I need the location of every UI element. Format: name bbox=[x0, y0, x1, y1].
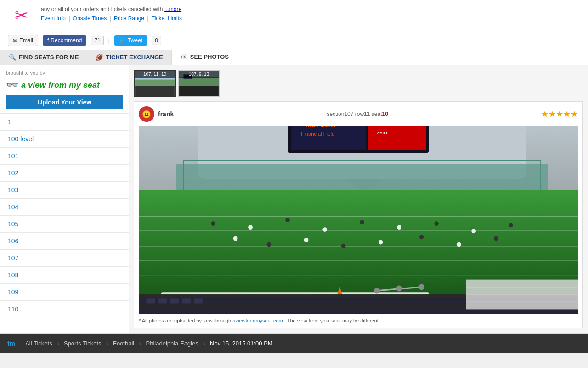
avatar-icon: 😐 bbox=[142, 110, 151, 119]
svg-point-38 bbox=[434, 221, 439, 226]
list-item: 1 bbox=[0, 113, 129, 130]
photo-footer: * All photos are uploaded by fans throug… bbox=[139, 318, 578, 323]
more-link[interactable]: ...more bbox=[164, 6, 181, 12]
breadcrumb-sports: Sports Tickets › bbox=[59, 338, 108, 349]
breadcrumb-football: Football › bbox=[108, 338, 141, 349]
section-link-104[interactable]: 104 bbox=[0, 199, 129, 215]
section-link-107[interactable]: 107 bbox=[0, 250, 129, 266]
top-bar: ✂ any or all of your orders and tickets … bbox=[0, 0, 588, 31]
svg-point-52 bbox=[374, 288, 380, 293]
section-link-103[interactable]: 103 bbox=[0, 182, 129, 198]
recommend-count: 71 bbox=[91, 36, 103, 45]
section-link-100level[interactable]: 100 level bbox=[0, 131, 129, 147]
breadcrumb-all-tickets: All Tickets › bbox=[21, 338, 59, 349]
email-icon: ✉ bbox=[13, 37, 17, 44]
eagles-link[interactable]: Philadelphia Eagles bbox=[141, 338, 203, 349]
list-item: 109 bbox=[0, 283, 129, 300]
bottom-breadcrumb: tm All Tickets › Sports Tickets › Footba… bbox=[0, 334, 588, 353]
photo-user: 😐 frank bbox=[139, 106, 174, 122]
binoculars-icon: 👀 bbox=[180, 53, 187, 60]
section-link-108[interactable]: 108 bbox=[0, 267, 129, 283]
stadium-svg: M&T Bank Financial Field Coca-Cola zero. bbox=[139, 126, 578, 314]
svg-point-36 bbox=[360, 220, 364, 224]
svg-point-39 bbox=[471, 229, 476, 233]
footer-text: * All photos are uploaded by fans throug… bbox=[139, 318, 231, 323]
thumbnails-row: 107, 11, 10 107, 9, 13 bbox=[134, 70, 583, 97]
svg-point-43 bbox=[304, 238, 309, 242]
section-link-105[interactable]: 105 bbox=[0, 216, 129, 232]
photo-card: 😐 frank section107 row11 seat10 ★★★★★ bbox=[134, 101, 583, 328]
svg-rect-66 bbox=[182, 298, 191, 303]
tweet-count: 0 bbox=[152, 36, 161, 45]
brand-text: a view from my seat bbox=[21, 80, 100, 90]
onsale-times-link[interactable]: Onsale Times bbox=[73, 15, 107, 22]
svg-point-37 bbox=[397, 225, 401, 230]
main-content: brought to you by 👓 a view from my seat … bbox=[0, 65, 588, 334]
tab-find-seats[interactable]: 🔍 FIND SEATS FOR ME bbox=[0, 50, 87, 65]
event-info-link[interactable]: Event Info bbox=[41, 15, 66, 22]
sports-tickets-link[interactable]: Sports Tickets bbox=[59, 338, 106, 349]
svg-point-42 bbox=[267, 242, 271, 247]
svg-rect-7 bbox=[179, 86, 219, 96]
email-button[interactable]: ✉ Email bbox=[8, 35, 38, 46]
find-seats-label: FIND SEATS FOR ME bbox=[19, 54, 79, 61]
right-panel: 107, 11, 10 107, 9, 13 bbox=[129, 65, 588, 333]
section-link-109[interactable]: 109 bbox=[0, 284, 129, 300]
thumb2-label: 107, 9, 13 bbox=[179, 71, 219, 78]
svg-point-32 bbox=[211, 221, 215, 226]
thumbnail-1[interactable]: 107, 11, 10 bbox=[134, 70, 176, 97]
svg-text:Coca-Cola: Coca-Cola bbox=[375, 126, 401, 126]
section-link-110[interactable]: 110 bbox=[0, 301, 129, 317]
tweet-label: Tweet bbox=[128, 37, 142, 44]
ticket-limits-link[interactable]: Ticket Limits bbox=[152, 15, 182, 22]
sidebar-header: brought to you by bbox=[0, 65, 129, 77]
svg-point-34 bbox=[285, 218, 290, 222]
tab-ticket-exchange[interactable]: 🏈 TICKET EXCHANGE bbox=[87, 50, 171, 65]
svg-point-48 bbox=[494, 236, 498, 241]
thumb1-label: 107, 11, 10 bbox=[135, 71, 175, 78]
price-range-link[interactable]: Price Range bbox=[114, 15, 144, 22]
list-item: 105 bbox=[0, 215, 129, 232]
section-link-106[interactable]: 106 bbox=[0, 233, 129, 249]
thumbnail-2[interactable]: 107, 9, 13 bbox=[178, 70, 220, 97]
section-list: 1 100 level 101 102 103 104 105 106 107 … bbox=[0, 113, 129, 317]
event-date-link[interactable]: Nov 15, 2015 01:00 PM bbox=[205, 338, 277, 349]
tab-see-photos[interactable]: 👀 SEE PHOTOS bbox=[172, 50, 237, 65]
svg-text:Financial Field: Financial Field bbox=[301, 131, 334, 137]
football-link[interactable]: Football bbox=[108, 338, 139, 349]
breadcrumb-event-date: Nov 15, 2015 01:00 PM bbox=[205, 338, 277, 349]
section-link-101[interactable]: 101 bbox=[0, 148, 129, 164]
svg-point-46 bbox=[419, 235, 424, 239]
sidebar: brought to you by 👓 a view from my seat … bbox=[0, 65, 129, 333]
tweet-button[interactable]: 🐦 Tweet bbox=[114, 35, 147, 46]
top-links: Event Info | Onsale Times | Price Range … bbox=[41, 15, 580, 22]
list-item: 110 bbox=[0, 300, 129, 317]
svg-point-44 bbox=[341, 244, 346, 248]
list-item: 106 bbox=[0, 232, 129, 249]
svg-point-33 bbox=[248, 225, 253, 230]
list-item: 104 bbox=[0, 198, 129, 215]
list-item: 108 bbox=[0, 266, 129, 283]
list-item: 100 level bbox=[0, 130, 129, 147]
breadcrumb-eagles: Philadelphia Eagles › bbox=[141, 338, 206, 349]
list-item: 101 bbox=[0, 147, 129, 164]
brand-logo-icon: ✂ bbox=[15, 6, 28, 25]
svg-rect-63 bbox=[146, 298, 155, 303]
list-item: 102 bbox=[0, 164, 129, 181]
list-item: 107 bbox=[0, 249, 129, 266]
section-link-1[interactable]: 1 bbox=[0, 114, 129, 130]
footer-suffix: . The view from your seat may be differe… bbox=[284, 318, 380, 323]
ticketmaster-logo: tm bbox=[7, 340, 15, 347]
action-bar: ✉ Email f Recommend 71 | 🐦 Tweet 0 bbox=[0, 31, 588, 50]
top-logo: ✂ bbox=[8, 4, 35, 27]
recommend-button[interactable]: f Recommend bbox=[43, 35, 86, 46]
avfms-link[interactable]: aviewfrommyseat.com bbox=[232, 318, 283, 323]
recommend-label: Recommend bbox=[51, 37, 82, 44]
upload-view-button[interactable]: Upload Your View bbox=[6, 95, 123, 109]
svg-text:zero.: zero. bbox=[377, 130, 389, 135]
section-link-102[interactable]: 102 bbox=[0, 165, 129, 181]
all-tickets-link[interactable]: All Tickets bbox=[21, 338, 57, 349]
glasses-icon: 👓 bbox=[6, 79, 18, 91]
seat-info: section107 row11 seat10 bbox=[327, 111, 388, 117]
warning-text: any or all of your orders and tickets ca… bbox=[41, 6, 163, 12]
